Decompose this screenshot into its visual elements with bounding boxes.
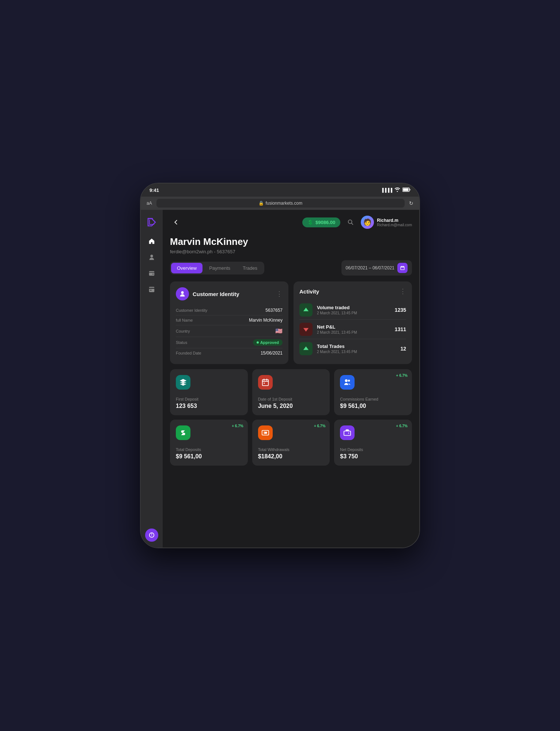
table-row: Country 🇺🇸 [176, 325, 283, 337]
activity-name: Net P&L [317, 324, 390, 330]
svg-marker-4 [303, 308, 309, 311]
balance-value: $9086.00 [315, 220, 335, 225]
field-value: 15/06/2021 [261, 351, 283, 356]
activity-item: Net P&L 2 March 2021, 13:45 PM 1311 [299, 320, 406, 339]
svg-point-10 [348, 380, 350, 382]
app-container: 💲 $9086.00 🧑 Richard.m Richard.m@mail.co… [141, 210, 419, 548]
sidebar-item-wallet[interactable] [145, 267, 158, 280]
date-range: 06/07/2021 – 06/07/2021 [341, 260, 412, 276]
sidebar-item-home[interactable] [145, 235, 158, 248]
stack-icon [176, 375, 190, 390]
sidebar-item-users[interactable] [145, 251, 158, 264]
metric-value: $9 561,00 [176, 453, 242, 460]
sidebar-item-cards[interactable] [145, 283, 158, 296]
activity-card: Activity ⋮ Volume traded 2 March 2021, 1… [294, 281, 412, 364]
activity-info: Total Trades 2 March 2021, 13:45 PM [317, 344, 396, 354]
group-icon [340, 375, 355, 390]
volume-icon [299, 303, 313, 317]
table-row: Customer Identity 5637657 [176, 306, 283, 315]
dollar-circle-icon: 💲 [307, 220, 313, 225]
activity-value: 12 [400, 346, 406, 352]
browser-url-bar[interactable]: 🔒 fusionmarkets.com [156, 199, 405, 208]
main-content: 💲 $9086.00 🧑 Richard.m Richard.m@mail.co… [163, 210, 419, 548]
svg-rect-7 [262, 380, 268, 386]
balance-badge: 💲 $9086.00 [302, 217, 340, 227]
activity-info: Volume traded 2 March 2021, 13:45 PM [317, 305, 390, 315]
table-row: full Name Marvin McKinney [176, 315, 283, 325]
identity-icon [176, 287, 189, 300]
lock-icon: 🔒 [258, 201, 264, 206]
metric-total-deposits: + 6.7% Total Deposits $9 561,00 [170, 420, 248, 466]
tab-trades[interactable]: Trades [237, 263, 263, 273]
tabs-container: Overview Payments Trades [170, 262, 264, 274]
search-button[interactable] [345, 216, 356, 228]
metrics-row-1: First Deposit 123 653 Date of 1st Deposi… [170, 369, 412, 415]
metric-label: Total Deposits [176, 447, 242, 452]
field-value: Marvin McKinney [249, 318, 283, 323]
metric-label: Date of 1st Deposit [258, 397, 324, 401]
metric-badge: + 6.7% [232, 424, 243, 428]
activity-item: Total Trades 2 March 2021, 13:45 PM 12 [299, 339, 406, 358]
field-label: Founded Date [176, 351, 201, 355]
tab-overview[interactable]: Overview [171, 263, 203, 273]
pnl-icon [299, 323, 313, 336]
field-label: full Name [176, 318, 193, 322]
reload-icon[interactable]: ↻ [409, 200, 413, 206]
customer-identity-card: Customer Identity ⋮ Customer Identity 56… [170, 281, 288, 364]
battery-icon [402, 188, 410, 193]
activity-name: Volume traded [317, 305, 390, 310]
status-text: Approved [260, 340, 279, 345]
metric-label: Net Deposits [340, 447, 406, 452]
url-text: fusionmarkets.com [265, 201, 302, 206]
calendar-red-icon [258, 375, 273, 390]
metric-value: $9 561,00 [340, 403, 406, 409]
svg-point-13 [348, 433, 349, 434]
activity-time: 2 March 2021, 13:45 PM [317, 311, 390, 315]
activity-time: 2 March 2021, 13:45 PM [317, 330, 390, 334]
calendar-button[interactable] [397, 263, 408, 273]
avatar: 🧑 [361, 216, 374, 229]
user-name: Richard.m [377, 218, 412, 223]
back-button[interactable] [170, 216, 182, 228]
metric-badge: + 6.7% [314, 424, 325, 428]
tab-payments[interactable]: Payments [203, 263, 236, 273]
metric-value: June 5, 2020 [258, 403, 324, 409]
user-text: Richard.m Richard.m@mail.com [377, 218, 412, 227]
metric-label: First Deposit [176, 397, 242, 401]
activity-menu-icon[interactable]: ⋮ [400, 287, 406, 295]
date-range-value: 06/07/2021 – 06/07/2021 [346, 265, 394, 270]
user-info: 🧑 Richard.m Richard.m@mail.com [361, 216, 412, 229]
wifi-icon [394, 188, 400, 193]
metric-badge: + 6.7% [396, 374, 408, 378]
identity-menu-icon[interactable]: ⋮ [276, 290, 283, 298]
metric-badge: + 6.7% [396, 424, 408, 428]
metric-value: $1842,00 [258, 453, 324, 460]
support-button[interactable] [145, 529, 158, 542]
metric-label: Total Withdrawals [258, 447, 324, 452]
field-label: Customer Identity [176, 308, 207, 313]
field-value: 5637657 [265, 308, 283, 313]
browser-aa[interactable]: aA [147, 201, 152, 206]
metric-value: $3 750 [340, 453, 406, 460]
page-subtitle: ferdie@born2win.ph - 5637657 [170, 249, 412, 254]
svg-rect-8 [264, 383, 265, 384]
metric-commissions: + 6.7% Commissions Earned $9 561,00 [334, 369, 412, 415]
browser-bar: aA 🔒 fusionmarkets.com ↻ [141, 197, 419, 210]
field-label: Status [176, 340, 187, 345]
status-badge: Approved [253, 339, 283, 346]
metric-label: Commissions Earned [340, 397, 406, 401]
svg-point-9 [345, 379, 348, 382]
activity-card-header: Activity ⋮ [299, 287, 406, 295]
activity-info: Net P&L 2 March 2021, 13:45 PM [317, 324, 390, 334]
metric-net-deposits: + 6.7% Net Deposits $3 750 [334, 420, 412, 466]
page-header: Marvin McKinney ferdie@born2win.ph - 563… [170, 236, 412, 254]
svg-marker-5 [303, 328, 309, 332]
activity-item: Volume traded 2 March 2021, 13:45 PM 123… [299, 300, 406, 320]
table-row: Status Approved [176, 337, 283, 348]
metrics-row-2: + 6.7% Total Deposits $9 561,00 + 6.7% [170, 420, 412, 466]
trades-icon [299, 342, 313, 355]
svg-rect-1 [403, 189, 409, 191]
table-row: Founded Date 15/06/2021 [176, 348, 283, 358]
sidebar [141, 210, 163, 548]
status-time: 9:41 [150, 188, 159, 193]
